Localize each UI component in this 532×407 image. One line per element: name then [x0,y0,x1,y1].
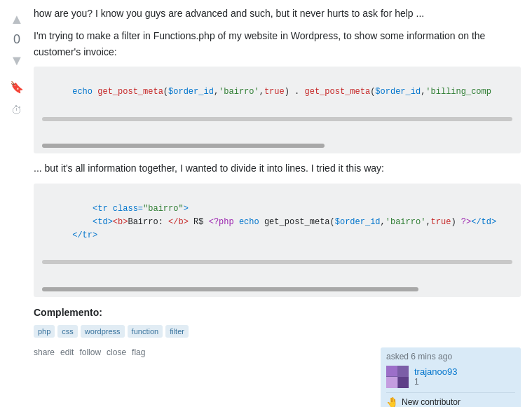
downvote-button[interactable]: ▼ [6,50,27,71]
post-text-3: ... but it's all information together, I… [34,160,521,176]
post-layout: ▲ 0 ▼ 🔖 ⏱ how are you? I know you guys a… [0,0,532,407]
code-block-2: <tr class="bairro"> <td><b>Bairro: </b> … [34,184,521,297]
user-details: trajanoo93 1 [414,366,457,387]
avatar-q3 [386,377,397,388]
post-body: how are you? I know you guys are advance… [34,6,532,407]
action-links: share edit follow close flag [34,347,145,357]
new-contributor-icon: 🤚 [386,396,398,407]
upvote-button[interactable]: ▲ [6,8,27,29]
tag-css[interactable]: css [57,325,78,338]
code-block-1: echo get_post_meta($order_id,'bairro',tr… [34,67,521,153]
upvote-icon: ▲ [10,11,24,27]
new-contributor-label: New contributor [402,397,461,407]
bookmark-icon: 🔖 [10,81,24,94]
downvote-icon: ▼ [10,53,24,69]
history-button[interactable]: ⏱ [6,100,27,121]
tag-filter[interactable]: filter [165,325,189,338]
tag-php[interactable]: php [34,325,55,338]
username-link[interactable]: trajanoo93 [414,366,457,377]
scrollbar-1[interactable] [42,117,512,121]
flag-link[interactable]: flag [132,347,145,357]
user-card: asked 6 mins ago trajanoo93 1 🤚 [381,347,521,407]
scrollbar-thumb-1 [42,144,325,148]
tag-function[interactable]: function [128,325,163,338]
vote-count: 0 [13,32,20,47]
share-link[interactable]: share [34,347,55,357]
post-text-2: I'm trying to make a filter in Functions… [34,28,521,60]
scrollbar-2[interactable] [42,260,512,264]
avatar-q2 [398,366,409,377]
avatar-q1 [386,366,397,377]
user-info: trajanoo93 1 [386,366,515,388]
avatar [386,366,409,388]
vote-cell: ▲ 0 ▼ 🔖 ⏱ [0,6,34,407]
avatar-q4 [398,377,409,388]
follow-link[interactable]: follow [79,347,101,357]
user-reputation: 1 [414,377,457,387]
tag-wordpress[interactable]: wordpress [81,325,125,338]
post-actions: share edit follow close flag asked 6 min… [34,347,521,407]
new-contributor-badge: 🤚 New contributor [386,392,515,407]
post-text-1: how are you? I know you guys are advance… [34,6,521,21]
section-title: Complemento: [34,307,521,318]
tags-row: php css wordpress function filter [34,325,521,338]
history-icon: ⏱ [11,104,22,117]
close-link[interactable]: close [107,347,126,357]
scrollbar-thumb-2 [42,287,418,291]
edit-link[interactable]: edit [60,347,74,357]
asked-time: asked 6 mins ago [386,352,515,361]
bookmark-button[interactable]: 🔖 [6,76,27,97]
